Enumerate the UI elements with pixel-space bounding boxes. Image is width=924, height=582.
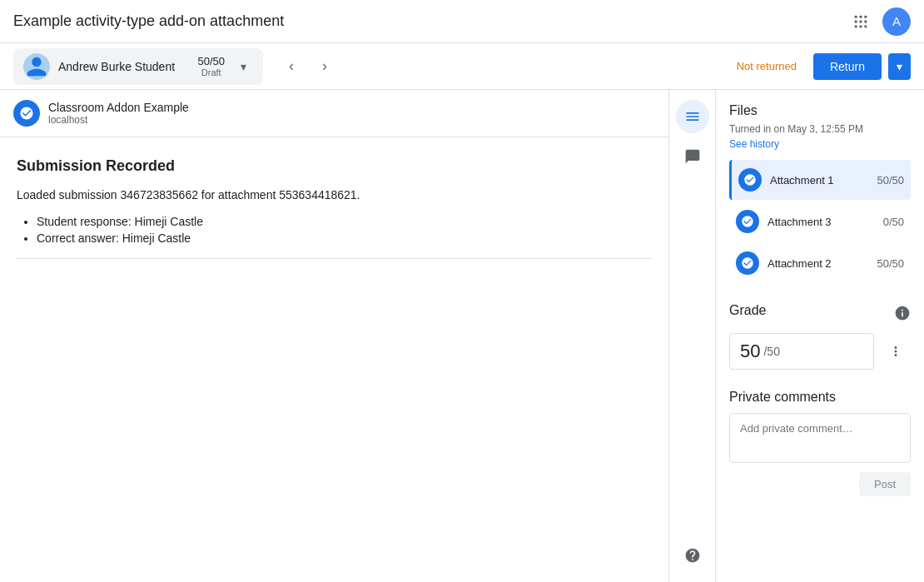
nav-next-button[interactable]: › [310, 52, 340, 82]
submission-title: Submission Recorded [17, 157, 652, 175]
attachment-item-3[interactable]: Attachment 3 0/50 [729, 201, 911, 241]
attachment-score-2: 50/50 [877, 257, 904, 270]
grade-total: /50 [763, 345, 779, 358]
svg-point-5 [864, 20, 867, 22]
student-score-dropdown[interactable]: ▾ [233, 57, 253, 77]
score-label: Draft [197, 67, 225, 77]
content-divider [17, 258, 652, 259]
right-panel: Files Turned in on May 3, 12:55 PM See h… [716, 90, 924, 582]
attachment-icon-1 [738, 168, 762, 192]
private-comments-section: Private comments Post [729, 390, 911, 496]
student-bar: Andrew Burke Student 50/50 Draft ▾ ‹ › N… [0, 43, 924, 90]
attachment-item-1[interactable]: Attachment 1 50/50 [729, 160, 911, 200]
turned-in-text: Turned in on May 3, 12:55 PM [729, 123, 911, 135]
main-layout: Classroom Addon Example localhost Submis… [0, 90, 924, 582]
attachment-icon-2 [736, 251, 759, 275]
files-section: Files Turned in on May 3, 12:55 PM See h… [729, 103, 911, 283]
submission-list: Student response: Himeji Castle Correct … [17, 215, 652, 245]
class-icon [13, 100, 40, 127]
submission-content: Submission Recorded Loaded submission 34… [0, 137, 668, 279]
left-panel: Classroom Addon Example localhost Submis… [0, 90, 669, 582]
nav-prev-button[interactable]: ‹ [276, 52, 306, 82]
submission-text: Loaded submission 346723835662 for attac… [17, 188, 652, 201]
return-dropdown-button[interactable]: ▾ [888, 53, 911, 80]
grade-value: 50 [740, 341, 760, 362]
grade-input-box[interactable]: 50 /50 [729, 333, 874, 370]
list-item: Student response: Himeji Castle [37, 215, 652, 228]
svg-point-6 [855, 25, 857, 27]
grade-section: Grade 50 /50 [729, 303, 911, 370]
right-actions: Not returned Return ▾ [727, 53, 911, 80]
svg-point-3 [855, 20, 857, 22]
svg-point-1 [859, 15, 862, 17]
google-apps-button[interactable] [846, 7, 876, 37]
attachment-score-3: 0/50 [883, 216, 904, 228]
class-header: Classroom Addon Example localhost [0, 90, 668, 137]
class-name: Classroom Addon Example [48, 101, 189, 114]
rail-list-button[interactable] [676, 100, 709, 133]
top-bar-icons: A [846, 7, 911, 37]
comment-input[interactable] [729, 413, 911, 463]
student-score: 50/50 [197, 55, 225, 67]
grade-menu-button[interactable] [881, 336, 911, 366]
student-info-panel: Andrew Burke Student 50/50 Draft ▾ [13, 48, 263, 85]
not-returned-badge: Not returned [727, 55, 807, 77]
attachment-name-1: Attachment 1 [770, 174, 868, 187]
grade-info-icon[interactable] [894, 305, 911, 321]
post-row: Post [729, 472, 911, 496]
svg-point-4 [859, 20, 862, 22]
grade-header: Grade [729, 303, 911, 323]
files-title: Files [729, 103, 911, 118]
svg-point-7 [859, 25, 862, 27]
rail-help-button[interactable] [676, 539, 709, 572]
svg-point-8 [864, 25, 867, 27]
app-title: Example activity-type add-on attachment [13, 12, 284, 30]
grade-title: Grade [729, 303, 766, 318]
student-avatar [23, 53, 50, 80]
attachment-name-2: Attachment 2 [768, 257, 868, 270]
attachment-score-1: 50/50 [877, 174, 904, 187]
user-avatar[interactable]: A [882, 7, 911, 36]
see-history-link[interactable]: See history [729, 138, 779, 150]
class-sub: localhost [48, 114, 189, 126]
attachment-icon-3 [736, 210, 759, 233]
icon-rail [669, 90, 716, 582]
rail-comment-button[interactable] [676, 140, 709, 173]
attachment-item-2[interactable]: Attachment 2 50/50 [729, 243, 911, 283]
svg-point-2 [864, 15, 867, 17]
nav-arrows: ‹ › [276, 52, 340, 82]
attachment-name-3: Attachment 3 [768, 216, 875, 228]
private-comments-title: Private comments [729, 390, 911, 405]
return-button[interactable]: Return [813, 53, 882, 80]
class-info: Classroom Addon Example localhost [48, 101, 189, 126]
top-bar: Example activity-type add-on attachment … [0, 0, 924, 43]
list-item: Correct answer: Himeji Castle [37, 231, 652, 245]
post-button[interactable]: Post [859, 472, 911, 496]
student-name: Andrew Burke Student [58, 60, 175, 73]
svg-point-0 [855, 15, 857, 17]
grade-input-row: 50 /50 [729, 333, 911, 370]
